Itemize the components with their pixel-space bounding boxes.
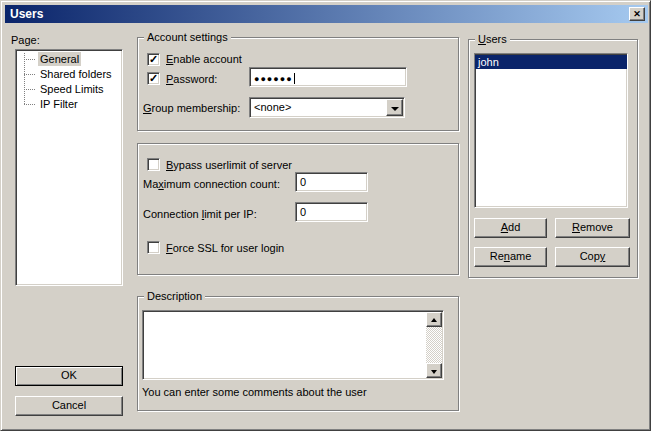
tree-item-general[interactable]: General <box>16 52 122 67</box>
tree-item-ip-filter[interactable]: IP Filter <box>16 97 122 112</box>
rename-button[interactable]: Rename <box>474 247 547 267</box>
title-bar[interactable]: Users ✕ <box>5 5 648 23</box>
force-ssl-checkbox[interactable] <box>147 241 160 254</box>
tree-item-label[interactable]: Speed Limits <box>38 82 106 96</box>
max-connection-input[interactable]: 0 <box>295 172 368 192</box>
password-label: Password: <box>166 73 217 85</box>
users-list[interactable]: john <box>474 53 628 208</box>
users-title: Users <box>475 33 510 45</box>
connection-limit-per-ip-label: Connection limit per IP: <box>143 208 257 220</box>
description-hint: You can enter some comments about the us… <box>142 386 367 398</box>
tree-item-label[interactable]: General <box>38 52 81 66</box>
tree-item-shared-folders[interactable]: Shared folders <box>16 67 122 82</box>
ok-button-label: OK <box>61 369 77 381</box>
chevron-down-icon <box>391 107 399 111</box>
tree-branch <box>24 74 35 75</box>
text-caret <box>294 73 295 84</box>
add-button[interactable]: Add <box>474 218 547 238</box>
group-membership-select[interactable]: <none> <box>249 97 405 118</box>
connection-limit-per-ip-value: 0 <box>300 206 306 218</box>
max-connection-value: 0 <box>300 176 306 188</box>
description-title: Description <box>144 290 205 302</box>
description-scrollbar[interactable] <box>426 312 442 378</box>
password-input[interactable]: ●●●●●● <box>249 67 407 87</box>
scroll-down-button[interactable] <box>426 363 442 378</box>
tree-item-label[interactable]: Shared folders <box>38 67 114 81</box>
checkmark-icon: ✓ <box>149 72 158 84</box>
cancel-button[interactable]: Cancel <box>15 396 123 416</box>
description-textarea[interactable] <box>142 310 444 380</box>
bypass-userlimit-checkbox[interactable] <box>147 158 160 171</box>
tree-item-speed-limits[interactable]: Speed Limits <box>16 82 122 97</box>
account-settings-title: Account settings <box>144 31 231 43</box>
tree-item-label[interactable]: IP Filter <box>38 97 80 111</box>
tree-branch <box>24 89 35 90</box>
window-title: Users <box>10 7 43 21</box>
users-dialog: Users ✕ Page: General Shared folders Spe… <box>0 0 651 431</box>
force-ssl-label[interactable]: Force SSL for user login <box>166 242 284 254</box>
close-icon: ✕ <box>633 9 641 19</box>
cancel-button-label: Cancel <box>52 399 86 411</box>
remove-button[interactable]: Remove <box>555 218 630 238</box>
tree-branch <box>24 104 35 105</box>
chevron-down-icon <box>431 370 437 374</box>
tree-branch <box>24 59 35 60</box>
enable-account-label[interactable]: Enable account <box>166 53 242 65</box>
group-membership-value: <none> <box>254 101 291 114</box>
scroll-up-button[interactable] <box>426 312 442 327</box>
user-list-item[interactable]: john <box>475 55 627 69</box>
enable-account-checkbox[interactable]: ✓ <box>147 53 160 66</box>
ok-button[interactable]: OK <box>15 366 123 386</box>
password-value: ●●●●●● <box>254 74 293 84</box>
close-button[interactable]: ✕ <box>629 7 645 21</box>
chevron-up-icon <box>431 318 437 322</box>
group-membership-label: Group membership: <box>143 102 240 114</box>
checkmark-icon: ✓ <box>149 53 158 65</box>
page-tree[interactable]: General Shared folders Speed Limits IP F… <box>15 49 123 286</box>
max-connection-label: Maximum connection count: <box>143 178 280 190</box>
page-label: Page: <box>11 34 40 46</box>
copy-button[interactable]: Copy <box>555 247 630 267</box>
connection-limit-per-ip-input[interactable]: 0 <box>295 202 368 222</box>
password-checkbox[interactable]: ✓ <box>147 72 160 85</box>
bypass-userlimit-label[interactable]: Bypass userlimit of server <box>166 159 292 171</box>
dropdown-button[interactable] <box>386 99 403 116</box>
